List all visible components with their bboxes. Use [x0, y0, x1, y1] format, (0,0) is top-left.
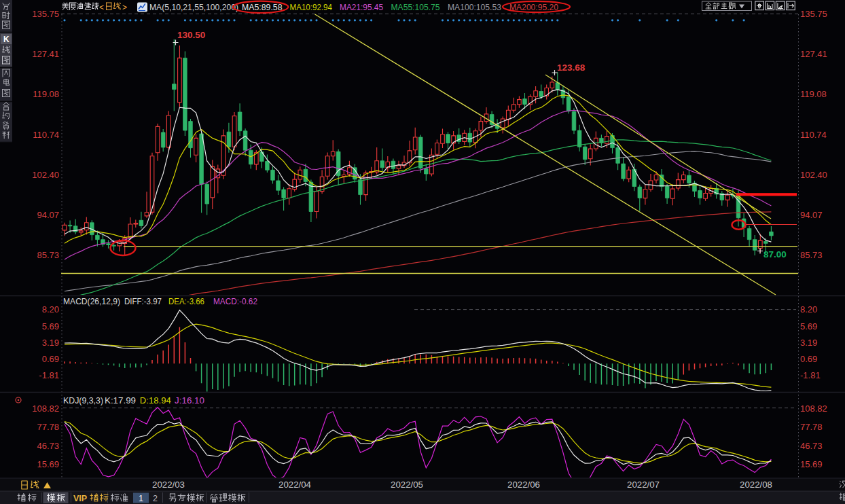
svg-text:77.78: 77.78: [800, 422, 823, 432]
svg-text:46.73: 46.73: [800, 441, 823, 451]
svg-text:130.50: 130.50: [177, 30, 205, 40]
svg-text:2022/08: 2022/08: [740, 480, 772, 490]
svg-text:MA10:92.94: MA10:92.94: [290, 2, 333, 12]
svg-text:-1.81: -1.81: [800, 370, 821, 380]
svg-text:MA(5,10,21,55,100,200): MA(5,10,21,55,100,200): [149, 2, 238, 12]
svg-text:D:18.94: D:18.94: [140, 395, 171, 406]
svg-text:2022/07: 2022/07: [627, 480, 660, 490]
svg-text:KDJ(9,3,3): KDJ(9,3,3): [63, 395, 103, 406]
svg-text:2022/05: 2022/05: [391, 480, 423, 490]
svg-text:2: 2: [153, 494, 158, 503]
svg-text:135.75: 135.75: [800, 9, 827, 19]
svg-text:119.08: 119.08: [33, 89, 59, 99]
svg-text:46.73: 46.73: [37, 441, 59, 451]
svg-text:15.69: 15.69: [800, 459, 823, 469]
svg-text:135.75: 135.75: [32, 9, 59, 19]
svg-text:J:16.10: J:16.10: [175, 395, 204, 406]
svg-text:85.73: 85.73: [37, 250, 59, 260]
svg-text:8.20: 8.20: [800, 304, 817, 314]
svg-text:K:17.99: K:17.99: [105, 395, 136, 406]
svg-text:127.41: 127.41: [32, 49, 59, 59]
svg-text:8.20: 8.20: [42, 304, 59, 314]
svg-text:VIP: VIP: [73, 494, 87, 503]
svg-text:110.74: 110.74: [800, 130, 827, 140]
svg-text:94.07: 94.07: [37, 210, 59, 220]
svg-text:110.74: 110.74: [33, 130, 59, 140]
svg-text:108.82: 108.82: [32, 403, 59, 414]
svg-text:MACD:-0.62: MACD:-0.62: [213, 296, 257, 306]
svg-text:5.69: 5.69: [800, 321, 817, 331]
svg-text:85.73: 85.73: [800, 250, 823, 260]
svg-text:MA55:105.75: MA55:105.75: [391, 2, 440, 12]
svg-text:77.78: 77.78: [37, 422, 59, 432]
svg-text:MA100:105.53: MA100:105.53: [448, 2, 501, 12]
svg-text:DIFF:-3.97: DIFF:-3.97: [124, 296, 162, 306]
svg-text:5.69: 5.69: [42, 321, 59, 331]
svg-text:2022/03: 2022/03: [152, 480, 185, 490]
svg-text:127.41: 127.41: [800, 49, 827, 59]
svg-text:K: K: [3, 35, 10, 44]
svg-text:>: >: [122, 3, 127, 12]
svg-text:102.40: 102.40: [800, 170, 827, 180]
svg-text:0.69: 0.69: [800, 354, 817, 364]
svg-text:MA21:95.45: MA21:95.45: [340, 2, 383, 12]
svg-text:123.68: 123.68: [557, 62, 586, 73]
svg-text:MA5:89.58: MA5:89.58: [242, 2, 283, 12]
svg-text:108.82: 108.82: [800, 403, 827, 414]
svg-text:2022/06: 2022/06: [507, 480, 540, 490]
svg-text:1: 1: [139, 494, 143, 503]
svg-text:87.00: 87.00: [763, 249, 787, 259]
svg-text:15.69: 15.69: [37, 459, 59, 469]
svg-text:119.08: 119.08: [800, 89, 827, 99]
svg-text:2022/04: 2022/04: [278, 480, 311, 490]
svg-text:MACD(26,12,9): MACD(26,12,9): [63, 296, 120, 306]
svg-text:0.69: 0.69: [42, 354, 59, 364]
svg-text:102.40: 102.40: [32, 170, 59, 180]
svg-text:3.19: 3.19: [42, 338, 59, 348]
svg-text:-1.81: -1.81: [39, 370, 59, 380]
svg-text:94.07: 94.07: [800, 210, 823, 220]
svg-text:3.19: 3.19: [800, 338, 817, 348]
svg-text:<: <: [99, 3, 104, 12]
svg-text:DEA:-3.66: DEA:-3.66: [168, 296, 204, 306]
